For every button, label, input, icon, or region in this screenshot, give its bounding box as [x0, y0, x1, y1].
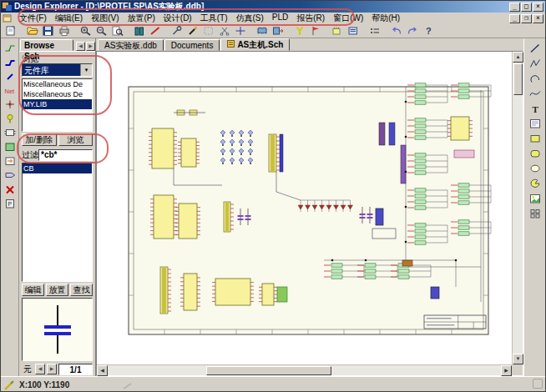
toolbar-undo-icon[interactable] [388, 25, 404, 38]
doc-tab-1[interactable]: Documents [164, 39, 220, 51]
wiring-tool-bus-icon[interactable] [3, 55, 18, 68]
scroll-up-icon[interactable]: ▲ [513, 52, 523, 63]
scroll-left-icon[interactable]: ◀ [97, 365, 108, 376]
drawing-tool-bezier-icon[interactable] [528, 87, 543, 100]
component-list-item-0[interactable]: CB [23, 163, 92, 173]
prev-page-button[interactable]: ◀ [35, 364, 45, 374]
schematic-canvas[interactable]: ▲ ▼ ◀ ▶ [96, 51, 523, 376]
schematic-sheet[interactable] [97, 52, 515, 366]
menu-item-0[interactable]: 文件(F) [15, 13, 51, 24]
resize-grip[interactable] [533, 379, 543, 389]
toolbar-wire-red-icon[interactable] [147, 25, 163, 38]
panel-tab-scroll-left-icon[interactable]: ◀ [76, 42, 85, 51]
toolbar-help-icon[interactable]: ? [420, 25, 436, 38]
toolbar-pencil-icon[interactable] [185, 25, 200, 38]
menu-item-3[interactable]: 放置(P) [123, 13, 159, 24]
toolbar-print-icon[interactable] [56, 25, 72, 38]
mdi-close-button[interactable]: × [533, 14, 543, 23]
filter-input[interactable]: *cb* [38, 149, 93, 161]
wiring-tool-sheet-entry-icon[interactable] [3, 154, 18, 168]
toolbar-open-book-icon[interactable] [254, 25, 270, 38]
drawing-tool-polyline-icon[interactable] [528, 57, 543, 70]
drawing-tool-rect-icon[interactable] [528, 132, 543, 145]
menu-item-8[interactable]: 报告(R) [292, 13, 329, 24]
toolbar-library-icon[interactable] [131, 25, 147, 38]
toolbar-doc-clipboard-icon[interactable] [3, 25, 18, 38]
scroll-right-icon[interactable]: ▶ [501, 365, 512, 376]
library-list-item-0[interactable]: Miscellaneous De [23, 79, 92, 89]
drawing-tool-text-icon[interactable]: T [528, 102, 543, 115]
toolbar-browse-sheet-icon[interactable] [345, 25, 361, 38]
mdi-restore-button[interactable]: ❐ [521, 14, 532, 23]
place-component-button[interactable]: 放置 [46, 284, 68, 296]
menu-item-4[interactable]: 设计(D) [159, 13, 196, 24]
drawing-tool-graphic-icon[interactable] [528, 192, 543, 205]
menu-item-1[interactable]: 编辑(E) [51, 13, 87, 24]
doc-tab-0[interactable]: AS实验板.ddb [98, 39, 164, 51]
app-window: { "window": { "title": "Design Explorer … [0, 0, 546, 392]
toolbar-flag-icon[interactable] [307, 25, 323, 38]
drawing-tool-round-rect-icon[interactable] [528, 147, 543, 160]
drawing-tool-line-icon[interactable] [528, 42, 543, 55]
wiring-tool-no-erc-icon[interactable] [3, 183, 18, 196]
maximize-button[interactable]: □ [521, 3, 532, 12]
menu-item-2[interactable]: 视图(V) [87, 13, 123, 24]
panel-tab-scroll-right-icon[interactable]: ▶ [86, 42, 95, 51]
doc-tab-2[interactable]: AS主机.Sch [220, 38, 290, 51]
toolbar-zoom-all-icon[interactable] [109, 25, 125, 38]
horizontal-scroll-thumb[interactable] [206, 366, 331, 375]
wiring-tool-wire-icon[interactable] [3, 41, 18, 54]
vertical-scrollbar[interactable]: ▲ ▼ [512, 52, 523, 364]
footer-label: 元 [22, 364, 33, 375]
wiring-tool-power-port-icon[interactable] [3, 112, 18, 125]
drawing-tool-text-frame-icon[interactable] [528, 117, 543, 130]
menu-item-7[interactable]: PLD [268, 13, 292, 24]
library-list[interactable]: Miscellaneous DeMiscellaneous DeMY.LIB [22, 78, 93, 132]
next-page-button[interactable]: ▶ [47, 364, 57, 374]
mdi-minimize-button[interactable]: _ [509, 14, 520, 23]
toolbar-crosshair-icon[interactable] [232, 25, 248, 38]
component-list[interactable]: CB [22, 163, 93, 282]
toolbar-save-icon[interactable] [40, 25, 56, 38]
tab-browse-sch[interactable]: Browse Sch [20, 39, 73, 51]
toolbar-zoom-in-icon[interactable] [78, 25, 94, 38]
menu-item-6[interactable]: 仿真(S) [231, 13, 267, 24]
toolbar-tools-icon[interactable] [169, 25, 185, 38]
menu-item-9[interactable]: 窗口(W) [329, 13, 367, 24]
wiring-tool-part-icon[interactable] [3, 126, 18, 139]
scroll-down-icon[interactable]: ▼ [513, 354, 523, 364]
add-remove-library-button[interactable]: 加/删除 [22, 133, 57, 146]
vertical-scroll-thumb[interactable] [513, 63, 523, 95]
toolbar-open-folder-icon[interactable] [24, 25, 40, 38]
browse-mode-dropdown[interactable]: 元件库 ▼ [22, 63, 93, 77]
close-button[interactable]: × [533, 3, 543, 12]
library-list-item-1[interactable]: Miscellaneous De [23, 89, 92, 99]
library-list-item-2[interactable]: MY.LIB [23, 99, 92, 109]
wiring-tool-bus-entry-icon[interactable] [3, 69, 18, 83]
toolbar-annotate-icon[interactable] [367, 25, 382, 38]
toolbar-probe-icon[interactable] [291, 25, 307, 38]
toolbar-zoom-out-icon[interactable] [94, 25, 109, 38]
minimize-button[interactable]: _ [509, 3, 520, 12]
toolbar-cut-icon[interactable] [216, 25, 232, 38]
drawing-tool-ellipse-icon[interactable] [528, 162, 543, 175]
wiring-tool-port-icon[interactable] [3, 168, 18, 182]
edit-component-button[interactable]: 编辑 [22, 284, 44, 296]
menu-item-5[interactable]: 工具(T) [196, 13, 232, 24]
toolbar-book-export-icon[interactable] [270, 25, 286, 38]
drawing-tool-arc-icon[interactable] [528, 72, 543, 85]
drawing-tool-array-paste-icon[interactable] [528, 207, 543, 220]
find-component-button[interactable]: 查找 [70, 284, 93, 296]
wiring-tool-junction-icon[interactable] [3, 98, 18, 111]
wiring-tool-net-label-icon[interactable]: Net [3, 83, 18, 97]
wiring-tool-sheet-symbol-icon[interactable] [3, 140, 18, 153]
menu-item-10[interactable]: 帮助(H) [367, 13, 404, 24]
horizontal-scrollbar[interactable]: ◀ ▶ [97, 364, 512, 375]
wiring-tool-directive-icon[interactable]: P [3, 197, 18, 210]
toolbar-redo-icon[interactable] [404, 25, 420, 38]
toolbar-select-rect-icon[interactable] [200, 25, 216, 38]
chevron-down-icon[interactable]: ▼ [80, 64, 92, 76]
browse-library-button[interactable]: 浏览 [58, 133, 94, 146]
drawing-tool-pie-icon[interactable] [528, 177, 543, 190]
toolbar-browse-part-icon[interactable] [329, 25, 345, 38]
